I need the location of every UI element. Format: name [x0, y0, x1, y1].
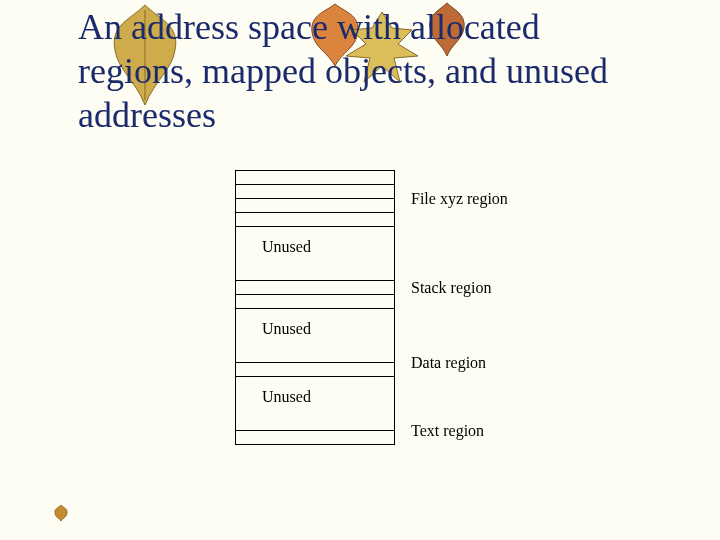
page-row [236, 281, 394, 295]
allocated-region: Text region [236, 417, 394, 445]
page-row [236, 185, 394, 199]
region-label: Stack region [411, 279, 491, 297]
page-row [236, 171, 394, 185]
region-label: Text region [411, 422, 484, 440]
page-row [236, 295, 394, 309]
unused-region: Unused [236, 309, 394, 349]
region-label: File xyz region [411, 190, 508, 208]
page-row [236, 199, 394, 213]
page-row [236, 417, 394, 431]
page-row [236, 267, 394, 281]
allocated-region: Stack region [236, 267, 394, 309]
leaf-decoration [52, 504, 70, 522]
allocated-region: File xyz region [236, 171, 394, 227]
unused-label: Unused [262, 238, 311, 256]
address-space-diagram: File xyz regionUnusedStack regionUnusedD… [235, 170, 585, 445]
region-label: Data region [411, 354, 486, 372]
page-row [236, 431, 394, 445]
page-row [236, 213, 394, 227]
unused-region: Unused [236, 377, 394, 417]
unused-region: Unused [236, 227, 394, 267]
allocated-region: Data region [236, 349, 394, 377]
page-row [236, 363, 394, 377]
page-row [236, 349, 394, 363]
unused-label: Unused [262, 388, 311, 406]
unused-label: Unused [262, 320, 311, 338]
slide-title: An address space with allocated regions,… [78, 6, 638, 138]
